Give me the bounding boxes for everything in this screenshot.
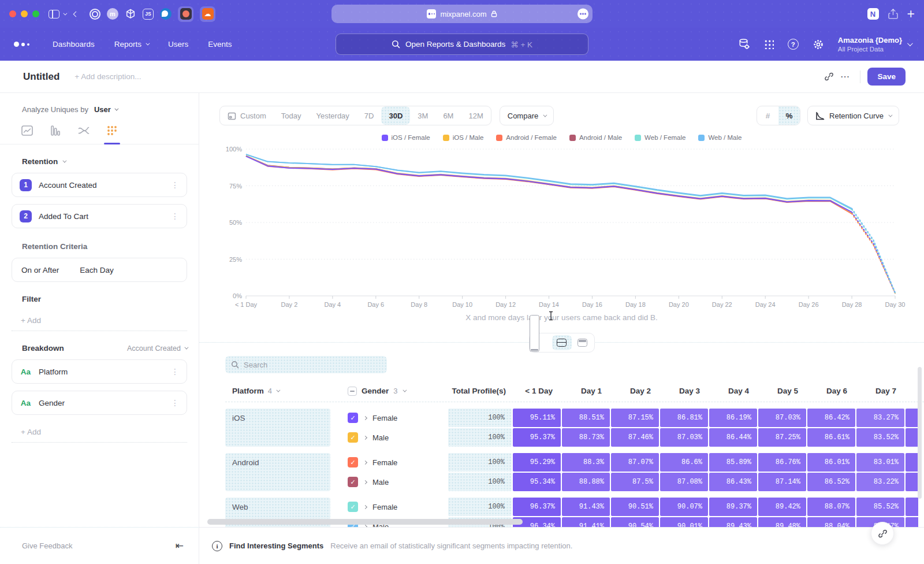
url-bar[interactable]: mixpanel.com (331, 5, 593, 23)
table-search-input[interactable]: Search (225, 356, 387, 373)
legend-item[interactable]: iOS / Male (443, 134, 484, 141)
range-button-12m[interactable]: 12M (461, 106, 490, 125)
back-icon[interactable] (73, 11, 79, 17)
copy-link-button[interactable] (821, 69, 837, 85)
blue-bird-extension-icon[interactable] (160, 8, 172, 20)
kebab-menu-icon[interactable]: ⋮ (171, 368, 179, 376)
nav-item-dashboards[interactable]: Dashboards (53, 40, 95, 49)
cube-extension-icon[interactable] (125, 8, 136, 20)
chevron-right-icon[interactable] (363, 504, 367, 509)
chevron-right-icon[interactable] (363, 460, 367, 464)
range-button-custom[interactable]: Custom (220, 106, 274, 125)
help-icon[interactable]: ? (788, 39, 799, 50)
settings-gear-icon[interactable] (813, 39, 824, 50)
analyze-uniques-value[interactable]: User (94, 105, 111, 114)
url-more-icon[interactable] (578, 9, 588, 20)
maximize-window-icon[interactable] (32, 10, 39, 17)
cloud-extension-icon[interactable]: ☁ (200, 6, 215, 22)
chart-type-selector[interactable]: Retention Curve (807, 106, 899, 125)
more-actions-button[interactable]: ⋯ (837, 69, 853, 85)
collapse-sidebar-icon[interactable]: ⇤ (176, 540, 184, 552)
window-controls[interactable] (9, 10, 39, 17)
nav-item-reports[interactable]: Reports (114, 40, 148, 49)
app-grid-icon[interactable] (764, 39, 774, 49)
new-tab-icon[interactable]: + (907, 8, 915, 20)
org-switcher[interactable]: Amazonia {Demo} All Project Data (838, 36, 911, 52)
range-button-yesterday[interactable]: Yesterday (309, 106, 357, 125)
breakdown-card[interactable]: AaPlatform⋮ (12, 359, 187, 384)
range-button-3m[interactable]: 3M (410, 106, 435, 125)
chevron-down-icon[interactable] (63, 11, 67, 15)
give-feedback-link[interactable]: Give Feedback (22, 541, 72, 550)
chart-only-view-button[interactable] (531, 335, 551, 350)
chevron-right-icon[interactable] (363, 415, 367, 420)
horizontal-scrollbar[interactable] (207, 519, 523, 525)
add-filter-button[interactable]: + Add (12, 310, 187, 331)
tab-flows[interactable] (77, 125, 90, 136)
percentage-values-toggle[interactable]: % (778, 106, 800, 125)
minimize-window-icon[interactable] (21, 10, 28, 17)
m-extension-icon[interactable]: m (107, 8, 118, 20)
vertical-scrollbar[interactable] (918, 367, 922, 499)
day-column-header: Day 4 (709, 387, 758, 395)
range-button-6m[interactable]: 6M (435, 106, 461, 125)
tab-funnels[interactable] (49, 125, 62, 136)
kebab-menu-icon[interactable]: ⋮ (171, 181, 179, 189)
global-search-button[interactable]: Open Reports & Dashboards ⌘ + K (336, 34, 588, 55)
retention-criteria-card[interactable]: On or After Each Day (12, 258, 187, 282)
kebab-menu-icon[interactable]: ⋮ (171, 399, 179, 407)
red-panel-extension-icon[interactable] (178, 6, 193, 22)
segment-checkbox[interactable]: ✓ (348, 477, 358, 487)
segment-checkbox[interactable]: ✓ (348, 432, 358, 443)
criteria-interval[interactable]: Each Day (80, 266, 114, 274)
bottom-bar: Give Feedback ⇤ i Find Interesting Segme… (0, 527, 924, 564)
segment-checkbox[interactable]: ✓ (348, 502, 358, 512)
select-all-checkbox[interactable] (348, 387, 357, 396)
report-title[interactable]: Untitled (23, 71, 59, 83)
sidebar-toggle-icon[interactable] (49, 10, 59, 18)
compare-button[interactable]: Compare (500, 106, 554, 125)
segment-checkbox[interactable]: ✓ (348, 413, 358, 423)
notion-tab-icon[interactable]: N (867, 8, 879, 20)
range-button-today[interactable]: Today (274, 106, 309, 125)
js-extension-icon[interactable]: JS (143, 9, 154, 20)
retention-step-card[interactable]: 2Added To Cart⋮ (12, 204, 187, 228)
platform-column-header[interactable]: Platform 4 (225, 387, 331, 395)
table-only-view-button[interactable] (573, 335, 593, 350)
segments-footer: i Find Interesting Segments Receive an e… (199, 527, 924, 564)
segment-checkbox[interactable]: ✓ (348, 457, 358, 467)
range-button-30d[interactable]: 30D (381, 106, 410, 125)
tab-insights[interactable] (21, 125, 33, 136)
add-breakdown-button[interactable]: + Add (12, 422, 187, 443)
breakdown-card[interactable]: AaGender⋮ (12, 391, 187, 415)
close-window-icon[interactable] (9, 10, 16, 17)
legend-item[interactable]: Web / Male (698, 134, 742, 141)
share-link-fab[interactable] (871, 522, 894, 545)
absolute-values-toggle[interactable]: # (757, 106, 778, 125)
find-segments-subtitle: Receive an email of statistically signif… (330, 541, 572, 550)
legend-item[interactable]: Android / Female (496, 134, 557, 141)
report-description-placeholder[interactable]: + Add description... (74, 72, 141, 81)
data-management-icon[interactable] (738, 38, 750, 50)
gender-column-header[interactable]: Gender 3 (331, 387, 448, 396)
legend-item[interactable]: Android / Male (569, 134, 622, 141)
timer-extension-icon[interactable] (90, 9, 100, 20)
kebab-menu-icon[interactable]: ⋮ (171, 212, 179, 220)
tab-retention[interactable] (106, 125, 118, 136)
legend-item[interactable]: Web / Female (635, 134, 685, 141)
find-segments-title[interactable]: Find Interesting Segments (229, 541, 323, 550)
legend-item[interactable]: iOS / Female (382, 134, 430, 141)
chevron-right-icon[interactable] (363, 435, 367, 439)
chevron-right-icon[interactable] (363, 480, 367, 484)
retention-step-card[interactable]: 1Account Created⋮ (12, 173, 187, 197)
save-button[interactable]: Save (867, 68, 906, 86)
retention-section-label[interactable]: Retention (22, 157, 58, 166)
share-icon[interactable] (888, 9, 898, 20)
breakdown-scope-selector[interactable]: Account Created (127, 344, 187, 352)
mixpanel-logo-icon[interactable] (14, 42, 29, 47)
criteria-mode[interactable]: On or After (21, 266, 59, 274)
split-view-button[interactable] (552, 335, 572, 350)
nav-item-events[interactable]: Events (208, 40, 232, 49)
nav-item-users[interactable]: Users (168, 40, 188, 49)
range-button-7d[interactable]: 7D (357, 106, 382, 125)
